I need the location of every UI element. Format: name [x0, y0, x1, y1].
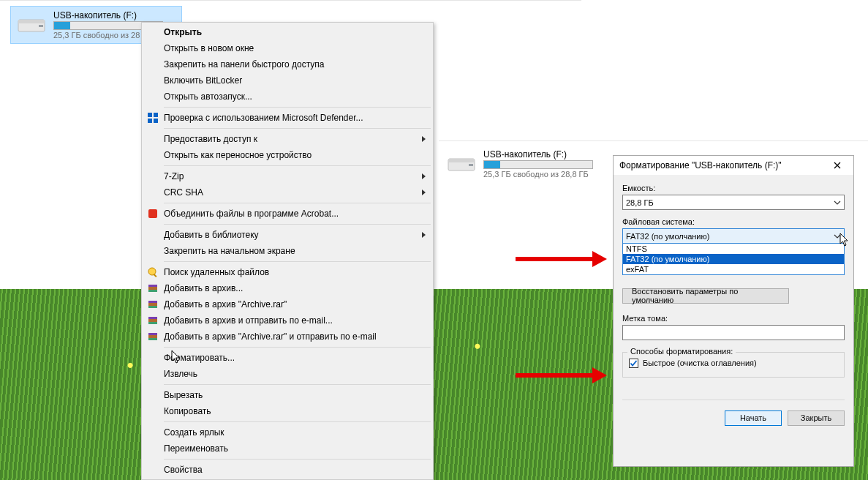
- drive-capacity-bar: [483, 160, 593, 169]
- ctx-open-new-window[interactable]: Открыть в новом окне: [143, 40, 431, 56]
- svg-rect-9: [154, 119, 158, 123]
- svg-rect-21: [148, 322, 157, 324]
- winrar-icon: [146, 282, 159, 295]
- dialog-title-text: Форматирование "USB-накопитель (F:)": [619, 160, 782, 170]
- ctx-acrobat[interactable]: Объединить файлы в программе Acrobat...: [143, 206, 431, 222]
- restore-defaults-button[interactable]: Восстановить параметры по умолчанию: [622, 288, 789, 304]
- drive-name: USB-накопитель (F:): [53, 10, 163, 20]
- ctx-separator: [164, 384, 431, 385]
- chevron-down-icon: [832, 198, 842, 208]
- svg-rect-14: [148, 285, 157, 287]
- fs-option-ntfs[interactable]: NTFS: [623, 244, 844, 254]
- ctx-autoplay[interactable]: Открыть автозапуск...: [143, 89, 431, 105]
- filesystem-combo[interactable]: FAT32 (по умолчанию): [622, 228, 845, 244]
- svg-rect-24: [148, 338, 157, 340]
- format-dialog: Форматирование "USB-накопитель (F:)" Емк…: [613, 155, 854, 467]
- ctx-separator: [164, 459, 431, 460]
- ctx-separator: [164, 165, 431, 166]
- ctx-add-archive-rar-email[interactable]: Добавить в архив "Archive.rar" и отправи…: [143, 329, 431, 345]
- svg-rect-2: [39, 25, 43, 27]
- capacity-value: 28,8 ГБ: [626, 198, 654, 207]
- svg-rect-12: [154, 274, 157, 277]
- ctx-crc-sha[interactable]: CRC SHA: [143, 184, 431, 200]
- usb-drive-icon: [17, 14, 46, 36]
- volume-label-input[interactable]: [622, 325, 845, 340]
- ctx-pin-quick-access[interactable]: Закрепить на панели быстрого доступа: [143, 56, 431, 72]
- svg-rect-17: [148, 301, 157, 303]
- ctx-properties[interactable]: Свойства: [143, 462, 431, 478]
- ctx-rename[interactable]: Переименовать: [143, 440, 431, 457]
- capacity-label: Емкость:: [622, 184, 845, 192]
- ctx-eject[interactable]: Извлечь: [143, 366, 431, 382]
- usb-drive-icon: [447, 153, 476, 175]
- svg-rect-10: [148, 209, 157, 218]
- ctx-separator: [164, 107, 431, 108]
- drive-text: USB-накопитель (F:) 25,3 ГБ свободно из …: [483, 149, 593, 179]
- ctx-create-shortcut[interactable]: Создать ярлык: [143, 424, 431, 440]
- capacity-combo[interactable]: 28,8 ГБ: [622, 195, 845, 210]
- svg-rect-4: [448, 159, 475, 162]
- ctx-separator: [164, 347, 431, 348]
- defender-icon: [146, 111, 159, 124]
- close-dialog-button[interactable]: Закрыть: [788, 410, 845, 426]
- winrar-icon: [146, 330, 159, 343]
- svg-rect-15: [148, 290, 157, 292]
- ctx-copy[interactable]: Копировать: [143, 403, 431, 419]
- drive-tile-right[interactable]: USB-накопитель (F:) 25,3 ГБ свободно из …: [441, 145, 613, 183]
- ctx-add-library[interactable]: Добавить в библиотеку: [143, 227, 431, 243]
- ctx-bitlocker[interactable]: Включить BitLocker: [143, 72, 431, 89]
- ctx-add-archive[interactable]: Добавить в архив...: [143, 280, 431, 296]
- svg-rect-20: [148, 317, 157, 319]
- chevron-down-icon: [832, 231, 842, 241]
- close-button[interactable]: [824, 157, 850, 173]
- ctx-add-archive-email[interactable]: Добавить в архив и отправить по e-mail..…: [143, 312, 431, 329]
- submenu-arrow-icon: [422, 232, 426, 238]
- submenu-arrow-icon: [422, 136, 426, 142]
- ctx-separator: [164, 128, 431, 129]
- filesystem-label: Файловая система:: [622, 217, 845, 226]
- svg-rect-18: [148, 306, 157, 308]
- ctx-separator: [164, 224, 431, 225]
- fs-option-exfat[interactable]: exFAT: [623, 264, 844, 274]
- svg-rect-7: [154, 113, 158, 117]
- context-menu: Открыть Открыть в новом окне Закрепить н…: [141, 22, 434, 480]
- svg-rect-23: [148, 333, 157, 335]
- ctx-portable-device[interactable]: Открыть как переносное устройство: [143, 147, 431, 163]
- quick-format-checkbox[interactable]: Быстрое (очистка оглавления): [629, 359, 838, 368]
- ctx-open[interactable]: Открыть: [143, 24, 431, 40]
- annotation-arrow-2: [516, 367, 607, 383]
- svg-rect-6: [148, 113, 152, 117]
- fs-option-fat32[interactable]: FAT32 (по умолчанию): [623, 254, 844, 264]
- ctx-give-access[interactable]: Предоставить доступ к: [143, 131, 431, 147]
- winrar-icon: [146, 314, 159, 327]
- quick-format-label: Быстрое (очистка оглавления): [643, 359, 757, 367]
- winrar-icon: [146, 298, 159, 311]
- submenu-arrow-icon: [422, 190, 426, 195]
- filesystem-selected: FAT32 (по умолчанию): [626, 232, 709, 241]
- ctx-separator: [164, 203, 431, 203]
- ctx-format[interactable]: Форматировать...: [143, 350, 431, 366]
- ctx-7zip[interactable]: 7-Zip: [143, 168, 431, 184]
- ctx-pin-start[interactable]: Закрепить на начальном экране: [143, 243, 431, 259]
- drive-free-text: 25,3 ГБ свободно из 28,8 ГБ: [483, 170, 593, 179]
- ctx-cut[interactable]: Вырезать: [143, 387, 431, 403]
- annotation-arrow-1: [516, 251, 607, 267]
- ctx-separator: [164, 421, 431, 422]
- close-icon: [834, 162, 841, 169]
- ctx-defender[interactable]: Проверка с использованием Microsoft Defe…: [143, 110, 431, 126]
- search-deleted-icon: [146, 266, 159, 279]
- checkbox-checked-icon: [629, 359, 638, 368]
- svg-rect-1: [18, 20, 45, 23]
- ctx-search-deleted[interactable]: Поиск удаленных файлов: [143, 264, 431, 280]
- ctx-add-archive-rar[interactable]: Добавить в архив "Archive.rar": [143, 296, 431, 312]
- format-methods-group: Способы форматирования: Быстрое (очистка…: [622, 352, 845, 378]
- drive-name: USB-накопитель (F:): [483, 149, 593, 160]
- filesystem-dropdown: NTFS FAT32 (по умолчанию) exFAT: [622, 243, 845, 275]
- dialog-titlebar[interactable]: Форматирование "USB-накопитель (F:)": [614, 156, 853, 175]
- start-button[interactable]: Начать: [725, 410, 782, 426]
- svg-rect-8: [148, 119, 152, 123]
- ctx-separator: [164, 261, 431, 262]
- acrobat-icon: [146, 207, 159, 220]
- volume-label-label: Метка тома:: [622, 314, 845, 323]
- svg-rect-5: [469, 164, 473, 166]
